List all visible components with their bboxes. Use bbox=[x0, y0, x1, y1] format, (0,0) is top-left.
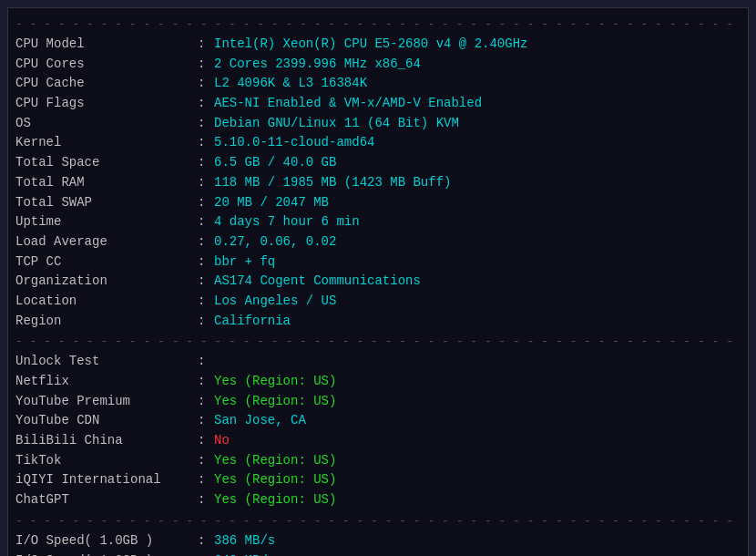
row-label: Total RAM bbox=[15, 173, 198, 193]
row-label: Unlock Test bbox=[15, 352, 198, 372]
terminal: - - - - - - - - - - - - - - - - - - - - … bbox=[7, 7, 749, 556]
row-label: Total Space bbox=[15, 153, 198, 173]
row-label: I/O Speed( 1.0GB ) bbox=[15, 551, 198, 557]
row-colon: : bbox=[198, 272, 209, 292]
table-row: OS : Debian GNU/Linux 11 (64 Bit) KVM bbox=[15, 114, 741, 134]
section-io-speed: I/O Speed( 1.0GB ) : 386 MB/sI/O Speed( … bbox=[15, 531, 741, 556]
row-colon: : bbox=[198, 114, 209, 134]
row-colon: : bbox=[198, 372, 209, 392]
table-row: Organization : AS174 Cogent Communicatio… bbox=[15, 272, 741, 292]
row-colon: : bbox=[198, 292, 209, 312]
row-label: Region bbox=[15, 312, 198, 332]
row-value: Intel(R) Xeon(R) CPU E5-2680 v4 @ 2.40GH… bbox=[214, 35, 527, 55]
row-label: CPU Cache bbox=[15, 74, 198, 94]
divider-mid1: - - - - - - - - - - - - - - - - - - - - … bbox=[15, 335, 741, 348]
row-value: L2 4096K & L3 16384K bbox=[214, 74, 367, 94]
row-colon: : bbox=[198, 173, 209, 193]
row-label: TikTok bbox=[15, 451, 198, 471]
row-label: TCP CC bbox=[15, 252, 198, 273]
row-label: Location bbox=[15, 292, 198, 312]
table-row: Total SWAP : 20 MB / 2047 MB bbox=[15, 193, 741, 213]
row-label: YouTube CDN bbox=[15, 411, 198, 431]
row-colon: : bbox=[198, 431, 209, 451]
row-label: OS bbox=[15, 114, 198, 134]
row-colon: : bbox=[198, 193, 209, 213]
row-colon: : bbox=[198, 212, 209, 232]
row-value: 118 MB / 1985 MB (1423 MB Buff) bbox=[214, 173, 451, 193]
row-value: 4 days 7 hour 6 min bbox=[214, 212, 360, 232]
row-colon: : bbox=[198, 232, 209, 252]
table-row: TikTok : Yes (Region: US) bbox=[15, 451, 741, 471]
row-label: CPU Flags bbox=[15, 94, 198, 114]
table-row: Load Average : 0.27, 0.06, 0.02 bbox=[15, 232, 741, 252]
table-row: YouTube Premium : Yes (Region: US) bbox=[15, 392, 741, 412]
row-colon: : bbox=[198, 531, 209, 551]
row-value: No bbox=[214, 431, 230, 451]
row-value: 0.27, 0.06, 0.02 bbox=[214, 232, 336, 252]
table-row: Kernel : 5.10.0-11-cloud-amd64 bbox=[15, 133, 741, 153]
row-colon: : bbox=[198, 252, 209, 273]
row-label: I/O Speed( 1.0GB ) bbox=[15, 531, 198, 551]
row-label: Organization bbox=[15, 272, 198, 292]
row-value: 386 MB/s bbox=[214, 531, 275, 551]
row-label: Total SWAP bbox=[15, 193, 198, 213]
row-value: bbr + fq bbox=[214, 252, 275, 273]
row-label: Netflix bbox=[15, 372, 198, 392]
row-colon: : bbox=[198, 490, 209, 510]
table-row: BiliBili China : No bbox=[15, 431, 741, 451]
table-row: Uptime : 4 days 7 hour 6 min bbox=[15, 212, 741, 232]
row-value: 648 MB/s bbox=[214, 551, 275, 557]
table-row: TCP CC : bbr + fq bbox=[15, 252, 741, 273]
table-row: ChatGPT : Yes (Region: US) bbox=[15, 490, 741, 510]
row-colon: : bbox=[198, 153, 209, 173]
row-value: Yes (Region: US) bbox=[214, 372, 336, 392]
row-colon: : bbox=[198, 451, 209, 471]
row-colon: : bbox=[198, 133, 209, 153]
row-value: San Jose, CA bbox=[214, 411, 306, 431]
row-label: Load Average bbox=[15, 232, 198, 252]
section-system-info: CPU Model : Intel(R) Xeon(R) CPU E5-2680… bbox=[15, 35, 741, 331]
row-colon: : bbox=[198, 94, 209, 114]
table-row: Unlock Test : bbox=[15, 352, 741, 372]
row-value: Yes (Region: US) bbox=[214, 392, 336, 412]
row-colon: : bbox=[198, 411, 209, 431]
divider-top: - - - - - - - - - - - - - - - - - - - - … bbox=[15, 17, 741, 31]
row-label: Kernel bbox=[15, 133, 198, 153]
row-value: Yes (Region: US) bbox=[214, 451, 336, 471]
table-row: CPU Flags : AES-NI Enabled & VM-x/AMD-V … bbox=[15, 94, 741, 114]
row-colon: : bbox=[198, 352, 209, 372]
row-colon: : bbox=[198, 55, 209, 75]
row-colon: : bbox=[198, 74, 209, 94]
row-value: AS174 Cogent Communications bbox=[214, 272, 421, 292]
table-row: YouTube CDN : San Jose, CA bbox=[15, 411, 741, 431]
row-colon: : bbox=[198, 35, 209, 55]
table-row: I/O Speed( 1.0GB ) : 648 MB/s bbox=[15, 551, 741, 557]
row-value: Los Angeles / US bbox=[214, 292, 336, 312]
row-colon: : bbox=[198, 312, 209, 332]
table-row: Total Space : 6.5 GB / 40.0 GB bbox=[15, 153, 741, 173]
divider-mid2: - - - - - - - - - - - - - - - - - - - - … bbox=[15, 514, 741, 528]
row-label: BiliBili China bbox=[15, 431, 198, 451]
row-label: YouTube Premium bbox=[15, 392, 198, 412]
row-label: iQIYI International bbox=[15, 470, 198, 490]
row-label: Uptime bbox=[15, 212, 198, 232]
row-value: 5.10.0-11-cloud-amd64 bbox=[214, 133, 374, 153]
table-row: Location : Los Angeles / US bbox=[15, 292, 741, 312]
row-value: Debian GNU/Linux 11 (64 Bit) KVM bbox=[214, 114, 459, 134]
row-label: ChatGPT bbox=[15, 490, 198, 510]
section-unlock-test: Unlock Test : Netflix : Yes (Region: US)… bbox=[15, 352, 741, 510]
table-row: I/O Speed( 1.0GB ) : 386 MB/s bbox=[15, 531, 741, 551]
table-row: iQIYI International : Yes (Region: US) bbox=[15, 470, 741, 490]
table-row: CPU Cache : L2 4096K & L3 16384K bbox=[15, 74, 741, 94]
row-value: 6.5 GB / 40.0 GB bbox=[214, 153, 336, 173]
row-colon: : bbox=[198, 551, 209, 557]
row-colon: : bbox=[198, 470, 209, 490]
row-value: Yes (Region: US) bbox=[214, 470, 336, 490]
row-colon: : bbox=[198, 392, 209, 412]
table-row: Total RAM : 118 MB / 1985 MB (1423 MB Bu… bbox=[15, 173, 741, 193]
table-row: CPU Model : Intel(R) Xeon(R) CPU E5-2680… bbox=[15, 35, 741, 55]
row-value: AES-NI Enabled & VM-x/AMD-V Enabled bbox=[214, 94, 482, 114]
row-value: Yes (Region: US) bbox=[214, 490, 336, 510]
row-value: 2 Cores 2399.996 MHz x86_64 bbox=[214, 55, 421, 75]
table-row: Netflix : Yes (Region: US) bbox=[15, 372, 741, 392]
